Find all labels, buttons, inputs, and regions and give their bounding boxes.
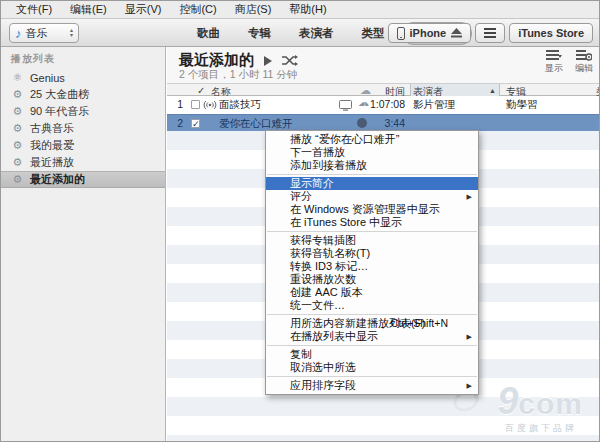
iphone-icon — [397, 27, 405, 40]
menu-item-label: 在 iTunes Store 中显示 — [290, 216, 402, 229]
menu-item-get-track-names[interactable]: 获得音轨名称(T) — [266, 247, 478, 260]
menu-item-show-in-explorer[interactable]: 在 Windows 资源管理器中显示 — [266, 203, 478, 216]
track-checkbox[interactable] — [191, 100, 200, 109]
show-options-button[interactable]: 显示 — [545, 50, 563, 75]
menu-separator — [267, 231, 477, 232]
edit-playlist-button[interactable]: 编辑 — [575, 50, 593, 75]
column-check[interactable]: ✓ — [197, 85, 205, 96]
menu-separator — [267, 174, 477, 175]
menu-edit[interactable]: 编辑(E) — [61, 2, 116, 17]
sidebar-menu-button[interactable] — [475, 23, 505, 43]
menu-item-show-in-itunes-store[interactable]: 在 iTunes Store 中显示 — [266, 216, 478, 229]
menu-item-label: 重设播放次数 — [290, 273, 356, 286]
gear-icon: ⚙ — [11, 140, 24, 151]
sidebar-item-label: Genius — [30, 72, 65, 84]
menu-item-rating[interactable]: 评分▶ — [266, 190, 478, 203]
tab-artists[interactable]: 表演者 — [288, 23, 345, 44]
menu-item-show-in-playlist[interactable]: 在播放列表中显示▶ — [266, 330, 478, 343]
playlist-summary: 2 个项目，1 小时 11 分钟 — [179, 68, 297, 82]
media-picker-label: 音乐 — [26, 26, 48, 41]
itunes-store-button[interactable]: iTunes Store — [509, 23, 593, 43]
genius-icon: ⚛ — [11, 72, 24, 83]
track-row-1[interactable]: 1 面談技巧 ☁ ↓ 1:07:08 影片管理 勤學習 — [167, 96, 600, 114]
menu-help[interactable]: 帮助(H) — [280, 2, 335, 17]
menu-item-create-aac-version[interactable]: 创建 AAC 版本 — [266, 286, 478, 299]
gear-icon: ⚙ — [11, 89, 24, 100]
menu-store[interactable]: 商店(S) — [226, 2, 281, 17]
submenu-arrow-icon: ▶ — [467, 330, 472, 343]
track-title: 爱你在心口难开 — [219, 117, 293, 131]
list-gear-icon — [576, 50, 592, 61]
menu-item-copy[interactable]: 复制 — [266, 348, 478, 361]
sidebar-item-90s-music[interactable]: ⚙ 90 年代音乐 — [1, 103, 165, 120]
track-title: 面談技巧 — [219, 98, 261, 112]
menu-item-label: 下一首播放 — [290, 146, 345, 159]
shuffle-icon[interactable] — [282, 55, 298, 66]
menu-item-apply-sort-field[interactable]: 应用排序字段▶ — [266, 379, 478, 392]
updown-arrows-icon: ▴▾ — [70, 28, 73, 38]
display-icon — [339, 100, 352, 111]
menu-item-consolidate-files[interactable]: 统一文件… — [266, 299, 478, 312]
menu-item-label: 显示简介 — [290, 177, 334, 190]
itunes-store-label: iTunes Store — [518, 27, 584, 39]
track-row-2-selected[interactable]: 2 ✓ 爱你在心口难开 3:44 — [167, 114, 600, 131]
track-artist: 影片管理 — [413, 98, 455, 112]
menu-item-label: 在 Windows 资源管理器中显示 — [290, 203, 440, 216]
sidebar-header: 播放列表 — [1, 47, 165, 69]
menu-view[interactable]: 显示(V) — [116, 2, 171, 17]
play-icon[interactable] — [264, 56, 272, 66]
menu-item-convert-id3-tags[interactable]: 转换 ID3 标记… — [266, 260, 478, 273]
menu-item-label: 创建 AAC 版本 — [290, 286, 363, 299]
menu-item-get-info[interactable]: 显示简介 — [266, 177, 478, 190]
sidebar-item-recently-played[interactable]: ⚙ 最近播放 — [1, 154, 165, 171]
menu-item-add-to-up-next[interactable]: 添加到接着播放 — [266, 159, 478, 172]
menu-item-play-track[interactable]: 播放 “爱你在心口难开” — [266, 133, 478, 146]
sort-ascending-icon: ▲ — [489, 87, 496, 94]
tab-albums[interactable]: 专辑 — [237, 23, 282, 44]
music-note-icon: ♪ — [15, 27, 22, 40]
menu-item-get-album-artwork[interactable]: 获得专辑插图 — [266, 234, 478, 247]
menu-separator — [267, 345, 477, 346]
sidebar-item-recently-added[interactable]: ⚙ 最近添加的 — [1, 171, 165, 188]
menu-file[interactable]: 文件(F) — [7, 2, 61, 17]
broadcast-icon — [203, 100, 217, 110]
sidebar-item-label: 25 大金曲榜 — [30, 87, 89, 102]
submenu-arrow-icon: ▶ — [467, 379, 472, 392]
tab-songs[interactable]: 歌曲 — [186, 23, 231, 44]
menu-item-label: 统一文件… — [290, 299, 345, 312]
sidebar-item-classical[interactable]: ⚙ 古典音乐 — [1, 120, 165, 137]
toolbar: ♪ 音乐 ▴▾ 歌曲 专辑 表演者 类型 播放列表 iPhone iTunes … — [1, 19, 599, 47]
menu-item-label: 获得专辑插图 — [290, 234, 356, 247]
track-time: 3:44 — [357, 117, 405, 129]
menu-item-reset-plays[interactable]: 重设播放次数 — [266, 273, 478, 286]
itunes-window: 文件(F) 编辑(E) 显示(V) 控制(C) 商店(S) 帮助(H) ♪ 音乐… — [0, 0, 600, 442]
edit-playlist-label: 编辑 — [575, 62, 593, 75]
menu-item-uncheck-selection[interactable]: 取消选中所选 — [266, 361, 478, 374]
track-context-menu: 播放 “爱你在心口难开” 下一首播放 添加到接着播放 显示简介 评分▶ 在 Wi… — [265, 130, 479, 395]
sidebar-item-genius[interactable]: ⚛ Genius — [1, 69, 165, 86]
sidebar-item-top25[interactable]: ⚙ 25 大金曲榜 — [1, 86, 165, 103]
sidebar-item-label: 最近播放 — [30, 155, 74, 170]
eject-icon[interactable] — [451, 28, 462, 38]
sidebar-item-favorites[interactable]: ⚙ 我的最爱 — [1, 137, 165, 154]
track-checkbox[interactable]: ✓ — [191, 119, 200, 128]
menu-item-play-next[interactable]: 下一首播放 — [266, 146, 478, 159]
track-time: 1:07:08 — [357, 98, 405, 110]
media-picker-dropdown[interactable]: ♪ 音乐 ▴▾ — [9, 23, 79, 43]
sidebar-item-label: 我的最爱 — [30, 138, 74, 153]
iphone-device-button[interactable]: iPhone — [388, 23, 472, 43]
menubar: 文件(F) 编辑(E) 显示(V) 控制(C) 商店(S) 帮助(H) — [1, 1, 599, 19]
menu-item-shortcut: Ctrl+Shift+N — [391, 317, 448, 330]
gear-icon: ⚙ — [11, 174, 24, 185]
sidebar-item-label: 90 年代音乐 — [30, 104, 89, 119]
menu-item-label: 取消选中所选 — [290, 361, 356, 374]
track-album: 勤學習 — [506, 98, 538, 112]
menu-item-label: 获得音轨名称(T) — [290, 247, 370, 260]
gear-icon: ⚙ — [11, 157, 24, 168]
menu-item-label: 应用排序字段 — [290, 379, 356, 392]
show-options-label: 显示 — [545, 62, 563, 75]
gear-icon: ⚙ — [11, 123, 24, 134]
menu-item-new-playlist-from-selection[interactable]: 用所选内容新建播放列表(F)Ctrl+Shift+N — [266, 317, 478, 330]
menu-controls[interactable]: 控制(C) — [170, 2, 225, 17]
hamburger-icon — [484, 28, 496, 38]
